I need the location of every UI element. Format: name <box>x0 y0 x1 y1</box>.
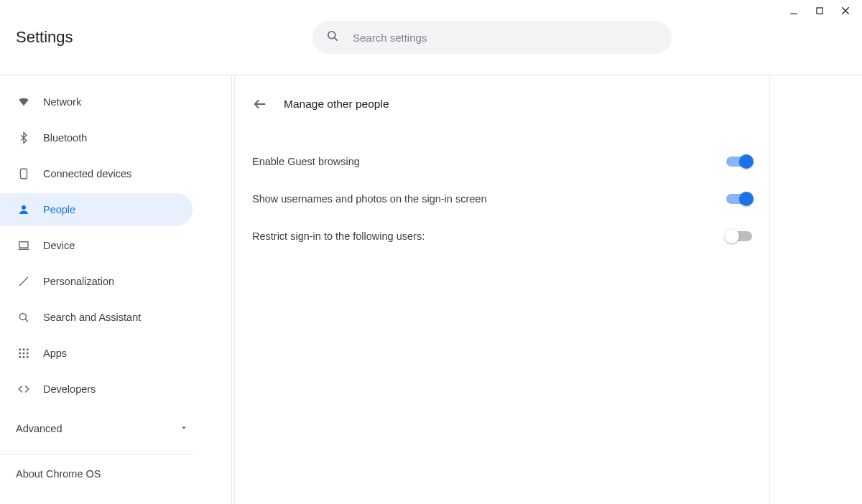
sidebar-item-people[interactable]: People <box>0 193 193 226</box>
panel-header: Manage other people <box>252 90 752 118</box>
apps-icon <box>16 347 32 360</box>
svg-point-8 <box>23 348 25 350</box>
sidebar-about[interactable]: About Chrome OS <box>0 455 231 493</box>
maximize-button[interactable] <box>813 4 826 17</box>
search-icon <box>325 29 340 46</box>
toggle-guest-browsing[interactable] <box>726 157 752 167</box>
svg-point-14 <box>23 356 25 358</box>
setting-row-restrict-signin: Restrict sign-in to the following users: <box>252 218 752 255</box>
setting-row-guest-browsing: Enable Guest browsing <box>252 143 752 180</box>
laptop-icon <box>16 239 32 252</box>
sidebar-item-label: Connected devices <box>43 168 131 179</box>
svg-point-12 <box>27 353 29 355</box>
sidebar-item-developers[interactable]: Developers <box>0 373 231 406</box>
setting-label: Enable Guest browsing <box>252 156 360 167</box>
person-icon <box>16 203 32 216</box>
sidebar-item-label: Network <box>43 96 81 108</box>
sidebar-advanced-label: Advanced <box>16 423 62 434</box>
svg-point-9 <box>27 348 29 350</box>
sidebar-item-search[interactable]: Search and Assistant <box>0 301 231 334</box>
svg-point-10 <box>19 353 21 355</box>
svg-point-4 <box>22 205 26 210</box>
svg-point-13 <box>19 356 21 358</box>
setting-row-show-usernames: Show usernames and photos on the sign-in… <box>252 180 752 218</box>
setting-label: Restrict sign-in to the following users: <box>252 230 425 242</box>
svg-point-6 <box>19 313 26 319</box>
sidebar-item-apps[interactable]: Apps <box>0 337 231 370</box>
wifi-icon <box>16 95 32 108</box>
settings-panel: Manage other people Enable Guest browsin… <box>234 75 770 504</box>
app-header: Settings <box>0 0 862 75</box>
devices-icon <box>16 167 32 180</box>
back-button[interactable] <box>252 96 268 112</box>
setting-label: Show usernames and photos on the sign-in… <box>252 193 486 205</box>
close-button[interactable] <box>839 4 852 17</box>
toggle-restrict-signin[interactable] <box>726 231 752 241</box>
svg-rect-3 <box>21 169 27 179</box>
app-title: Settings <box>16 28 73 47</box>
sidebar-item-label: Personalization <box>43 276 114 287</box>
brush-icon <box>16 275 32 288</box>
sidebar-item-label: Apps <box>43 347 67 359</box>
search-icon <box>16 311 32 324</box>
svg-point-15 <box>27 356 29 358</box>
svg-point-2 <box>328 32 335 39</box>
sidebar-item-device[interactable]: Device <box>0 229 231 262</box>
search-input[interactable] <box>353 32 659 44</box>
chevron-down-icon <box>180 423 188 434</box>
code-icon <box>16 383 32 396</box>
sidebar-item-label: People <box>43 204 75 215</box>
sidebar-about-label: About Chrome OS <box>16 468 101 480</box>
svg-rect-1 <box>817 8 822 14</box>
window-controls <box>777 0 862 22</box>
search-field[interactable] <box>312 21 672 54</box>
sidebar-item-label: Search and Assistant <box>43 312 141 323</box>
svg-point-7 <box>19 348 21 350</box>
svg-rect-5 <box>19 242 28 248</box>
sidebar-item-label: Device <box>43 240 75 251</box>
sidebar-item-bluetooth[interactable]: Bluetooth <box>0 121 231 154</box>
sidebar-advanced[interactable]: Advanced <box>0 409 231 449</box>
toggle-show-usernames[interactable] <box>726 194 752 204</box>
sidebar-item-personalization[interactable]: Personalization <box>0 265 231 298</box>
svg-point-11 <box>23 353 25 355</box>
sidebar: Network Bluetooth Connected devices Peop… <box>0 75 232 504</box>
sidebar-item-network[interactable]: Network <box>0 85 231 118</box>
bluetooth-icon <box>16 131 32 144</box>
sidebar-item-label: Developers <box>43 383 96 395</box>
svg-rect-0 <box>790 14 797 14</box>
sidebar-item-label: Bluetooth <box>43 132 87 144</box>
sidebar-item-connected-devices[interactable]: Connected devices <box>0 157 231 190</box>
content-area: Manage other people Enable Guest browsin… <box>232 75 862 504</box>
panel-title: Manage other people <box>284 98 389 111</box>
minimize-button[interactable] <box>787 4 800 17</box>
